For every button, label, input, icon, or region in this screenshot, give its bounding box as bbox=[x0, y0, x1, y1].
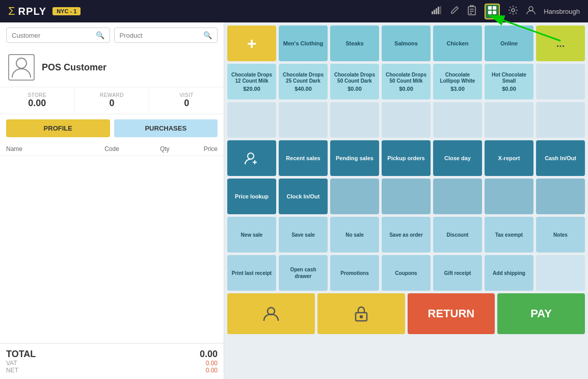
grid-cell-online[interactable]: Online bbox=[485, 26, 533, 61]
store-label: STORE bbox=[0, 92, 74, 98]
grid-cell-save-sale[interactable]: Save sale bbox=[279, 217, 328, 252]
svg-point-15 bbox=[16, 58, 26, 68]
customer-search-input[interactable] bbox=[12, 32, 93, 39]
grid-cell-choc50dark[interactable]: Chocolate Drops 50 Count Dark $0.00 bbox=[330, 64, 379, 99]
grid-cell-empty11[interactable] bbox=[433, 179, 482, 214]
grid-cell-steaks[interactable]: Steaks bbox=[330, 26, 379, 61]
grid-cell-more[interactable]: ... bbox=[536, 26, 585, 61]
svg-rect-1 bbox=[434, 10, 435, 14]
user-button[interactable] bbox=[227, 293, 315, 334]
grid-cell-pending-sales[interactable]: Pending sales bbox=[330, 140, 379, 176]
pencil-icon[interactable] bbox=[450, 6, 459, 17]
grid-cell-add-customer[interactable] bbox=[227, 140, 276, 176]
grid-cell-open-cash-drawer[interactable]: Open cash drawer bbox=[279, 255, 328, 291]
svg-point-14 bbox=[529, 7, 533, 11]
product-label: Chocolate Drops 25 Count Dark bbox=[282, 72, 325, 84]
grid-cell-coupons[interactable]: Coupons bbox=[382, 255, 431, 291]
grid-cell-gift-receipt[interactable]: Gift receipt bbox=[433, 255, 482, 291]
action-label: Cash In/Out bbox=[545, 155, 576, 162]
cat-label: Steaks bbox=[345, 40, 363, 46]
grid-cell-discount[interactable]: Discount bbox=[433, 217, 482, 252]
svg-rect-11 bbox=[488, 11, 492, 14]
cat-label: Chicken bbox=[447, 40, 469, 46]
purchases-button[interactable]: PURCHASES bbox=[114, 119, 218, 137]
vat-row: VAT 0.00 bbox=[6, 360, 218, 367]
logo: Σ RPLY bbox=[8, 5, 46, 18]
grid-cell-recent-sales[interactable]: Recent sales bbox=[279, 140, 328, 176]
product-label: Chocolate Drops 50 Count Dark bbox=[333, 72, 376, 84]
store-value: 0.00 bbox=[0, 98, 74, 109]
svg-point-21 bbox=[360, 316, 362, 318]
product-label: Chocolate Drops 50 Count Milk bbox=[385, 72, 427, 84]
user-nav-icon[interactable] bbox=[526, 6, 536, 17]
grid-cell-empty6 bbox=[433, 102, 482, 138]
settings-icon[interactable] bbox=[508, 5, 518, 18]
net-row: NET 0.00 bbox=[6, 367, 218, 374]
customer-info: POS Customer bbox=[0, 48, 224, 87]
grid-cell-empty13[interactable] bbox=[536, 179, 585, 214]
customer-search-icon: 🔍 bbox=[96, 31, 104, 39]
grid-cell-empty10[interactable] bbox=[382, 179, 431, 214]
logo-sigma: Σ bbox=[8, 5, 15, 18]
grid-cell-close-day[interactable]: Close day bbox=[433, 140, 482, 176]
grid-cell-chicken[interactable]: Chicken bbox=[433, 26, 482, 61]
clipboard-icon[interactable] bbox=[467, 5, 476, 18]
grid-cell-new-sale[interactable]: New sale bbox=[227, 217, 276, 252]
reward-label: REWARD bbox=[75, 92, 149, 98]
grid-cell-x-report[interactable]: X-report bbox=[485, 140, 533, 176]
customer-search-box[interactable]: 🔍 bbox=[6, 28, 110, 43]
grid-cell-empty1 bbox=[536, 64, 585, 99]
grid-cell-salmons[interactable]: Salmons bbox=[382, 26, 431, 61]
svg-point-16 bbox=[248, 153, 254, 159]
product-search-input[interactable] bbox=[120, 32, 201, 39]
grid-cell-add[interactable]: + bbox=[227, 26, 276, 61]
signal-icon[interactable] bbox=[432, 6, 442, 17]
profile-button[interactable]: PROFILE bbox=[6, 119, 110, 137]
grid-cell-notes[interactable]: Notes bbox=[536, 217, 585, 252]
grid-cell-empty4 bbox=[330, 102, 379, 138]
visit-stat: VISIT 0 bbox=[149, 87, 224, 114]
grid-cell-empty9[interactable] bbox=[330, 179, 379, 214]
cat-label: Online bbox=[500, 40, 518, 46]
return-button[interactable]: RETURN bbox=[408, 293, 495, 334]
grid-cell-choc12[interactable]: Chocolate Drops 12 Count Milk $20.00 bbox=[227, 64, 276, 99]
product-label: Chocolate Lollipop White bbox=[436, 72, 479, 84]
svg-rect-9 bbox=[488, 6, 492, 10]
grid-cell-add-shipping[interactable]: Add shipping bbox=[485, 255, 533, 291]
store-stat: STORE 0.00 bbox=[0, 87, 75, 114]
grid-cell-promotions[interactable]: Promotions bbox=[330, 255, 379, 291]
grid-cell-cash-in-out[interactable]: Cash In/Out bbox=[536, 140, 585, 176]
action-label: Close day bbox=[444, 155, 471, 162]
grid-cell-empty12[interactable] bbox=[485, 179, 533, 214]
grid-icon[interactable] bbox=[485, 4, 500, 19]
grid-cell-clock-in-out[interactable]: Clock In/Out bbox=[279, 179, 328, 214]
grid-cell-empty8 bbox=[536, 102, 585, 138]
pay-button[interactable]: PAY bbox=[497, 293, 585, 334]
product-label: Hot Chocolate Small bbox=[488, 72, 530, 84]
grid-cell-price-lookup[interactable]: Price lookup bbox=[227, 179, 276, 214]
action-light-label: Open cash drawer bbox=[282, 266, 325, 280]
table-header: Name Code Qty Price bbox=[0, 142, 224, 156]
lock-button[interactable] bbox=[317, 293, 405, 334]
grid-cell-choc50milk[interactable]: Chocolate Drops 50 Count Milk $0.00 bbox=[382, 64, 431, 99]
grid-cell-hotchoc[interactable]: Hot Chocolate Small $0.00 bbox=[485, 64, 533, 99]
grid-cell-pickup-orders[interactable]: Pickup orders bbox=[382, 140, 431, 176]
action-light-label: New sale bbox=[241, 232, 263, 238]
total-section: TOTAL 0.00 VAT 0.00 NET 0.00 bbox=[0, 343, 224, 379]
grid-cell-mens-clothing[interactable]: Men's Clothing bbox=[279, 26, 328, 61]
action-light-label: Save as order bbox=[389, 232, 423, 238]
grid-cell-empty5 bbox=[382, 102, 431, 138]
grid-cell-empty2 bbox=[227, 102, 276, 138]
return-label: RETURN bbox=[428, 307, 475, 320]
customer-avatar bbox=[8, 54, 35, 81]
vat-value: 0.00 bbox=[206, 360, 218, 367]
grid-cell-lollipop[interactable]: Chocolate Lollipop White $3.00 bbox=[433, 64, 482, 99]
product-label: Chocolate Drops 12 Count Milk bbox=[230, 72, 273, 84]
grid-cell-print-last-receipt[interactable]: Print last receipt bbox=[227, 255, 276, 291]
grid-cell-choc25[interactable]: Chocolate Drops 25 Count Dark $40.00 bbox=[279, 64, 328, 99]
grid-cell-tax-exempt[interactable]: Tax exempt bbox=[485, 217, 533, 252]
product-search-box[interactable]: 🔍 bbox=[114, 28, 218, 43]
grid-cell-save-as-order[interactable]: Save as order bbox=[382, 217, 431, 252]
action-label: Pickup orders bbox=[387, 155, 424, 162]
grid-cell-no-sale[interactable]: No sale bbox=[330, 217, 379, 252]
